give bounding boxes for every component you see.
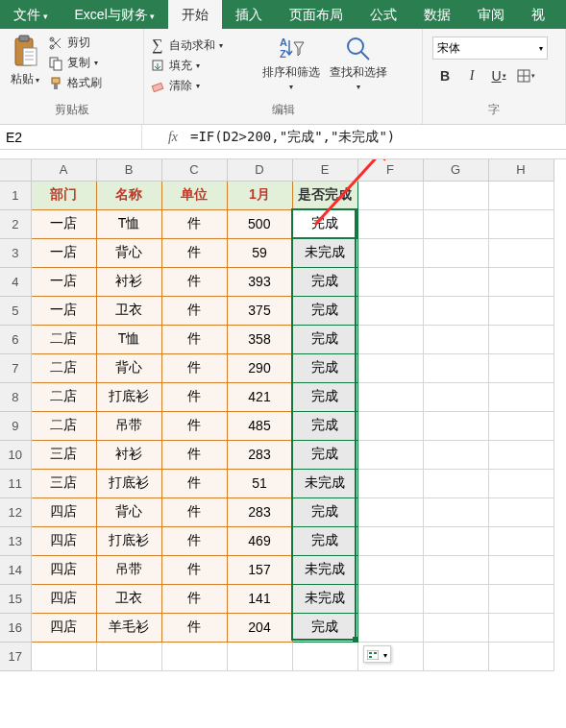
cell-E11[interactable]: 未完成 (292, 469, 357, 497)
cell-G11[interactable] (423, 469, 488, 497)
cell-E7[interactable]: 完成 (292, 353, 357, 382)
row-header-5[interactable]: 5 (0, 296, 31, 325)
cell-D11[interactable]: 51 (227, 469, 292, 497)
cell-E3[interactable]: 未完成 (292, 238, 357, 267)
cell-A15[interactable]: 四店 (31, 584, 96, 613)
cell-F10[interactable] (357, 440, 423, 469)
cell-A14[interactable]: 四店 (31, 555, 96, 584)
column-header-C[interactable]: C (161, 159, 227, 181)
cell-E15[interactable]: 未完成 (292, 584, 357, 613)
cell-H16[interactable] (488, 613, 554, 642)
cell-D3[interactable]: 59 (227, 238, 292, 267)
cell-D12[interactable]: 283 (227, 497, 292, 526)
cell-E2[interactable]: 完成 (292, 209, 357, 238)
cell-C7[interactable]: 件 (161, 353, 227, 382)
cell-F5[interactable] (357, 296, 423, 325)
sort-filter-button[interactable]: A Z 排序和筛选 (259, 33, 323, 93)
row-header-16[interactable]: 16 (0, 613, 31, 642)
row-header-14[interactable]: 14 (0, 555, 31, 584)
cell-C4[interactable]: 件 (161, 267, 227, 296)
cell-B14[interactable]: 吊带 (96, 555, 161, 584)
cell-C8[interactable]: 件 (161, 382, 227, 411)
cell-C10[interactable]: 件 (161, 440, 227, 469)
border-button[interactable] (515, 65, 536, 86)
tab-view[interactable]: 视 (518, 0, 558, 29)
tab-excel-finance[interactable]: Excel与财务 (62, 0, 169, 29)
select-all-corner[interactable] (0, 159, 31, 181)
cell-G12[interactable] (423, 497, 488, 526)
find-select-button[interactable]: 查找和选择 (327, 33, 390, 93)
cell-H15[interactable] (488, 584, 554, 613)
cell-F13[interactable] (357, 526, 423, 555)
cell-H3[interactable] (488, 238, 554, 267)
cell-B5[interactable]: 卫衣 (96, 296, 161, 325)
column-header-A[interactable]: A (31, 159, 96, 181)
worksheet-grid[interactable]: ABCDEFGH1部门名称单位1月是否完成2一店T恤件500完成3一店背心件59… (0, 159, 566, 671)
cell-G16[interactable] (423, 613, 488, 642)
tab-insert[interactable]: 插入 (222, 0, 276, 29)
cell-A2[interactable]: 一店 (31, 209, 96, 238)
row-header-4[interactable]: 4 (0, 267, 31, 296)
cell-F2[interactable] (357, 209, 423, 238)
cell-G1[interactable] (423, 181, 488, 209)
cell-F12[interactable] (357, 497, 423, 526)
cell-H13[interactable] (488, 526, 554, 555)
tab-data[interactable]: 数据 (410, 0, 464, 29)
font-name-select[interactable]: 宋体 ▾ (432, 36, 548, 60)
row-header-12[interactable]: 12 (0, 497, 31, 526)
cell-B10[interactable]: 衬衫 (96, 440, 161, 469)
cell-H5[interactable] (488, 296, 554, 325)
cell-E1[interactable]: 是否完成 (292, 181, 357, 209)
cell-B6[interactable]: T恤 (96, 325, 161, 353)
cell-B15[interactable]: 卫衣 (96, 584, 161, 613)
cell-B4[interactable]: 衬衫 (96, 267, 161, 296)
cell-E17[interactable] (292, 642, 357, 670)
cell-H14[interactable] (488, 555, 554, 584)
cell-C12[interactable]: 件 (161, 497, 227, 526)
cell-F11[interactable] (357, 469, 423, 497)
cell-B9[interactable]: 吊带 (96, 411, 161, 440)
cell-G13[interactable] (423, 526, 488, 555)
row-header-9[interactable]: 9 (0, 411, 31, 440)
cell-E16[interactable]: 完成 (292, 613, 357, 642)
cell-D14[interactable]: 157 (227, 555, 292, 584)
cell-G9[interactable] (423, 411, 488, 440)
cell-F1[interactable] (357, 181, 423, 209)
cell-A16[interactable]: 四店 (31, 613, 96, 642)
cell-A10[interactable]: 三店 (31, 440, 96, 469)
cell-E4[interactable]: 完成 (292, 267, 357, 296)
tab-formula[interactable]: 公式 (357, 0, 410, 29)
cell-F6[interactable] (357, 325, 423, 353)
cell-D15[interactable]: 141 (227, 584, 292, 613)
cell-G6[interactable] (423, 325, 488, 353)
bold-button[interactable]: B (434, 65, 455, 86)
cell-H8[interactable] (488, 382, 554, 411)
cell-B12[interactable]: 背心 (96, 497, 161, 526)
cell-H12[interactable] (488, 497, 554, 526)
row-header-8[interactable]: 8 (0, 382, 31, 411)
cell-B11[interactable]: 打底衫 (96, 469, 161, 497)
cell-E5[interactable]: 完成 (292, 296, 357, 325)
clear-button[interactable]: 清除 ▾ (150, 78, 256, 94)
cell-C9[interactable]: 件 (161, 411, 227, 440)
cell-E13[interactable]: 完成 (292, 526, 357, 555)
cell-D17[interactable] (227, 642, 292, 670)
cell-G4[interactable] (423, 267, 488, 296)
cell-E9[interactable]: 完成 (292, 411, 357, 440)
cell-A3[interactable]: 一店 (31, 238, 96, 267)
fill-button[interactable]: 填充 ▾ (150, 58, 256, 74)
cell-C14[interactable]: 件 (161, 555, 227, 584)
cell-E14[interactable]: 未完成 (292, 555, 357, 584)
cell-H9[interactable] (488, 411, 554, 440)
column-header-E[interactable]: E (292, 159, 357, 181)
cell-D6[interactable]: 358 (227, 325, 292, 353)
copy-button[interactable]: 复制 ▾ (48, 55, 102, 71)
cell-C6[interactable]: 件 (161, 325, 227, 353)
autofill-options-button[interactable] (363, 645, 391, 663)
cell-C16[interactable]: 件 (161, 613, 227, 642)
cell-E12[interactable]: 完成 (292, 497, 357, 526)
cell-G14[interactable] (423, 555, 488, 584)
fx-button[interactable]: fx (161, 129, 185, 145)
row-header-3[interactable]: 3 (0, 238, 31, 267)
cell-G2[interactable] (423, 209, 488, 238)
